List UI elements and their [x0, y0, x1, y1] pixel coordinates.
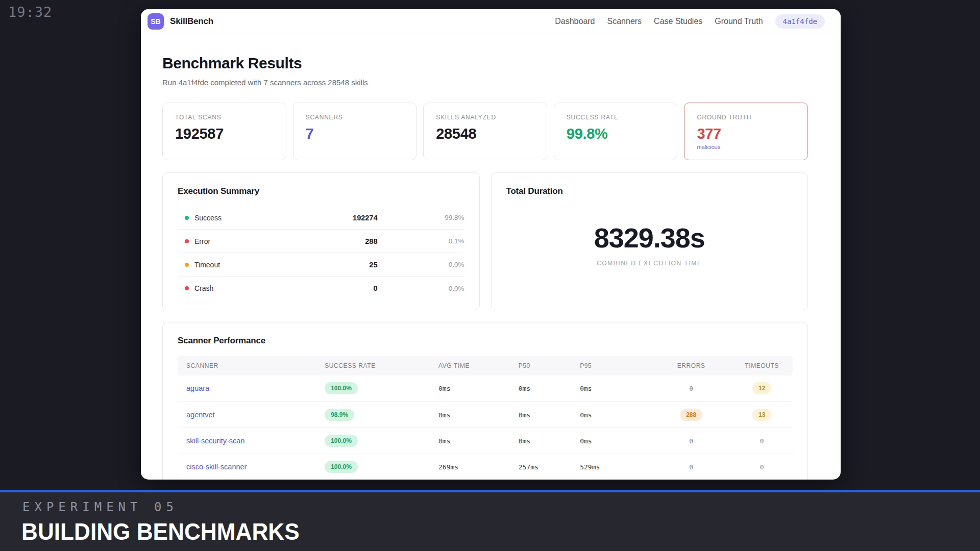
exec-row-pct: 0.0%: [378, 285, 464, 292]
success-rate-badge: 98.9%: [325, 409, 354, 421]
exec-row-label: Timeout: [194, 261, 276, 269]
exec-row-pct: 0.1%: [378, 237, 464, 245]
brand-logo-icon: SB: [148, 13, 164, 30]
table-row: cisco-skill-scanner 100.0% 269ms 257ms 5…: [178, 454, 793, 480]
errors-value: 0: [689, 437, 693, 445]
execution-summary-card: Execution Summary Success 192274 99.8% E…: [162, 172, 480, 310]
execution-summary-table: Success 192274 99.8% Error 288 0.1%: [178, 206, 464, 300]
stat-card-skills-analyzed: SKILLS ANALYZED 28548: [423, 103, 547, 160]
col-success-rate: SUCCESS RATE: [316, 356, 430, 375]
stat-label: GROUND TRUTH: [697, 114, 795, 121]
p50-value: 0ms: [519, 411, 530, 419]
col-p95: P95: [571, 356, 651, 375]
summary-row: Execution Summary Success 192274 99.8% E…: [162, 172, 808, 310]
exec-row-label: Error: [194, 237, 276, 245]
success-rate-badge: 100.0%: [325, 461, 358, 473]
status-dot-crash: [185, 286, 189, 290]
col-timeouts: TIMEOUTS: [731, 356, 793, 375]
nav-scanners[interactable]: Scanners: [607, 17, 642, 26]
total-duration-value: 8329.38s: [506, 222, 793, 254]
exec-row-label: Success: [194, 214, 276, 222]
nav-ground-truth[interactable]: Ground Truth: [715, 17, 763, 26]
exec-row-count: 288: [276, 237, 378, 245]
stat-label: SUCCESS RATE: [567, 114, 665, 121]
exec-row-label: Crash: [194, 284, 276, 292]
status-dot-success: [185, 216, 189, 220]
status-dot-error: [185, 239, 189, 243]
scanner-performance-title: Scanner Performance: [178, 336, 793, 346]
scanner-performance-card: Scanner Performance SCANNER SUCCESS RATE…: [162, 322, 808, 480]
col-errors: ERRORS: [651, 356, 731, 375]
total-duration-caption: COMBINED EXECUTION TIME: [506, 260, 793, 267]
timeouts-value: 0: [760, 463, 764, 471]
avg-time-value: 0ms: [438, 411, 450, 419]
page-title: Benchmark Results: [162, 55, 808, 72]
timeouts-value: 0: [760, 437, 764, 445]
status-dot-timeout: [185, 263, 189, 267]
p50-value: 257ms: [519, 463, 538, 471]
scanner-link[interactable]: skill-security-scan: [186, 437, 244, 445]
exec-row-count: 192274: [276, 214, 378, 222]
scanner-link[interactable]: agentvet: [186, 411, 215, 419]
exec-row-count: 25: [276, 261, 378, 269]
stat-label: SKILLS ANALYZED: [436, 114, 534, 121]
slide-title: BUILDING BENCHMARKS: [21, 518, 942, 545]
run-id-badge[interactable]: 4a1f4fde: [775, 14, 825, 29]
avg-time-value: 0ms: [438, 437, 450, 445]
exec-row-error: Error 288 0.1%: [178, 230, 464, 253]
success-rate-badge: 100.0%: [325, 435, 358, 447]
stat-label: TOTAL SCANS: [175, 114, 274, 121]
skillbench-app-window: SB SkillBench Dashboard Scanners Case St…: [141, 9, 841, 480]
exec-row-success: Success 192274 99.8%: [178, 206, 464, 230]
p95-value: 529ms: [580, 463, 600, 471]
stat-label: SCANNERS: [306, 114, 404, 121]
avg-time-value: 0ms: [438, 385, 450, 392]
nav-case-studies[interactable]: Case Studies: [654, 17, 702, 26]
table-header-row: SCANNER SUCCESS RATE AVG TIME P50 P95 ER…: [178, 356, 793, 375]
brand[interactable]: SB SkillBench: [148, 13, 213, 30]
scanner-link[interactable]: aguara: [186, 384, 209, 392]
timeouts-badge: 12: [752, 382, 771, 394]
exec-row-pct: 0.0%: [378, 261, 464, 268]
nav-dashboard[interactable]: Dashboard: [555, 17, 595, 26]
slide-footer-band: EXPERIMENT 05 BUILDING BENCHMARKS: [0, 490, 980, 551]
stat-card-success-rate: SUCCESS RATE 99.8%: [554, 103, 678, 160]
col-scanner: SCANNER: [178, 356, 316, 375]
slide-background: 19:32 SB SkillBench Dashboard Scanners C…: [0, 0, 980, 551]
p95-value: 0ms: [580, 411, 592, 419]
stat-value: 99.8%: [567, 126, 665, 142]
p95-value: 0ms: [580, 437, 592, 445]
avg-time-value: 269ms: [438, 463, 458, 471]
table-row: agentvet 98.9% 0ms 0ms 0ms 288 13: [178, 402, 793, 428]
clock: 19:32: [8, 4, 52, 20]
scanner-link[interactable]: cisco-skill-scanner: [186, 463, 247, 471]
exec-row-crash: Crash 0 0.0%: [178, 277, 464, 300]
experiment-kicker: EXPERIMENT 05: [22, 500, 980, 514]
p50-value: 0ms: [519, 385, 530, 392]
scanner-performance-table: SCANNER SUCCESS RATE AVG TIME P50 P95 ER…: [178, 356, 793, 480]
p95-value: 0ms: [580, 385, 592, 392]
execution-summary-title: Execution Summary: [178, 186, 464, 196]
timeouts-badge: 13: [752, 409, 771, 421]
errors-value: 0: [689, 385, 693, 392]
col-p50: P50: [510, 356, 572, 375]
stat-card-scanners: SCANNERS 7: [293, 103, 417, 160]
total-duration-card: Total Duration 8329.38s COMBINED EXECUTI…: [491, 172, 808, 310]
stat-value: 377: [697, 126, 795, 142]
app-header: SB SkillBench Dashboard Scanners Case St…: [141, 9, 841, 34]
page-content: Benchmark Results Run 4a1f4fde completed…: [141, 34, 841, 480]
table-row: aguara 100.0% 0ms 0ms 0ms 0 12: [178, 375, 793, 402]
errors-badge: 288: [680, 409, 702, 421]
stat-cards-row: TOTAL SCANS 192587 SCANNERS 7 SKILLS ANA…: [162, 103, 808, 160]
p50-value: 0ms: [519, 437, 530, 445]
exec-row-pct: 99.8%: [378, 214, 464, 221]
stat-value: 192587: [175, 126, 274, 142]
exec-row-count: 0: [276, 284, 378, 292]
stat-card-ground-truth: GROUND TRUTH 377 malicious: [684, 103, 808, 160]
stat-value: 28548: [436, 126, 534, 142]
table-row: skill-security-scan 100.0% 0ms 0ms 0ms 0…: [178, 428, 793, 454]
col-avg-time: AVG TIME: [430, 356, 510, 375]
success-rate-badge: 100.0%: [325, 382, 358, 394]
brand-name: SkillBench: [170, 16, 213, 27]
total-duration-title: Total Duration: [506, 186, 793, 196]
